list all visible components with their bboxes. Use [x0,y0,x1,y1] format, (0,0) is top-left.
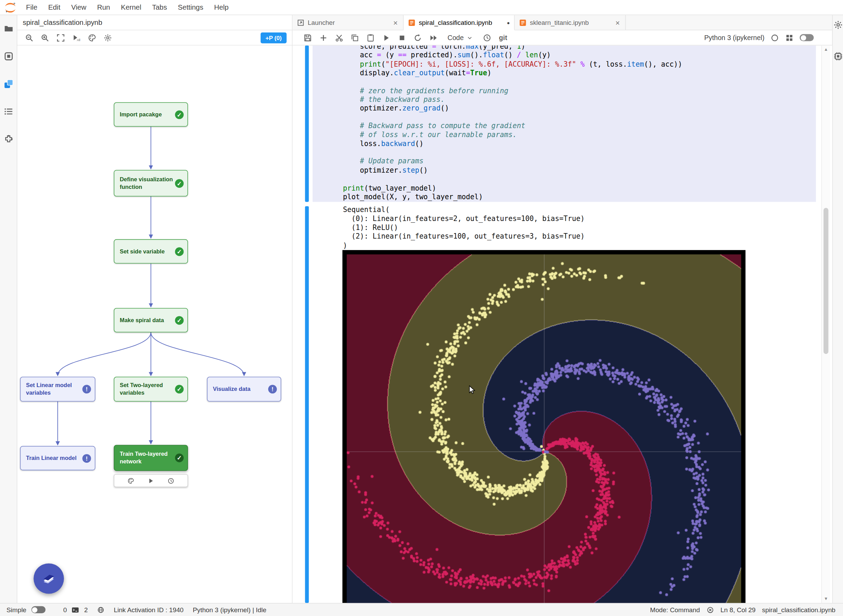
flow-node-sidevar[interactable]: Set side variable✓ [114,239,188,264]
node-label: Set side variable [119,248,165,255]
run-button[interactable] [382,33,391,42]
check-badge-icon: ✓ [175,454,184,462]
flow-node-trainlin[interactable]: Train Linear model! [20,446,96,471]
code-line: acc = (y == predicted).sum().float() / l… [343,51,812,60]
code-line: # zero the gradients before running [343,87,812,95]
menu-tabs[interactable]: Tabs [147,0,172,15]
node-toolbar [114,474,188,487]
notebook-float-button[interactable] [34,563,64,594]
restart-kernel-button[interactable] [413,33,422,42]
activity-extensions[interactable] [0,130,16,148]
tab-launcher[interactable]: Launcher× [293,15,403,30]
zoom-in-icon[interactable] [41,33,49,42]
jupyterlab-app: FileEditViewRunKernelTabsSettingsHelp sp… [0,0,843,616]
terminal-icon [72,606,79,614]
chip-icon [833,51,843,61]
flow-node-traintwo[interactable]: Train Two-layered network✓ [114,445,188,471]
scrollbar-thumb[interactable] [824,208,828,354]
cell-type-dropdown[interactable]: Code [447,34,473,41]
flow-node-spiral[interactable]: Make spiral data✓ [114,308,188,333]
menu-settings[interactable]: Settings [172,0,209,15]
zoom-out-icon[interactable] [25,33,34,42]
kernel-status-text[interactable]: Python 3 (ipykernel) | Idle [193,606,266,614]
flow-node-linvars[interactable]: Set Linear model variables! [20,377,96,402]
flow-node-visualize[interactable]: Visualize data! [207,377,281,402]
menu-file[interactable]: File [21,0,43,15]
clock-icon[interactable] [167,477,174,484]
node-label: Visualize data [213,385,250,393]
activity-kernel-usage[interactable] [833,51,843,61]
list-icon [3,107,13,116]
menu-run[interactable]: Run [91,0,115,15]
mode-indicator[interactable]: Mode: Command [650,606,700,614]
notebook-icon [519,19,527,26]
code-line: plot_model(X, y, two_layer_model) [343,193,812,202]
cut-cells-button[interactable] [335,33,344,42]
palette-icon[interactable] [88,33,96,42]
activity-property-inspector[interactable] [833,20,843,30]
interrupt-kernel-button[interactable] [398,33,406,42]
simple-mode-toggle[interactable] [31,606,45,613]
plot-output [343,250,746,603]
pipeline-icon [3,79,13,89]
code-lines: score, predicted = torch.max(y_pred, 1) … [343,45,812,202]
warning-badge-icon: ! [82,454,91,462]
fit-view-icon[interactable] [56,33,65,42]
copy-cells-button[interactable] [350,33,359,42]
cursor-position[interactable]: Ln 8, Col 29 [721,606,756,614]
gear-icon [833,20,843,30]
notification-icon[interactable] [706,606,714,614]
gear-icon[interactable] [103,33,112,42]
statusbar-filename: spiral_classification.ipynb [762,606,836,614]
run-icon[interactable] [147,477,154,484]
scroll-up-arrow[interactable]: ▲ [822,47,830,52]
toolbar-toggle[interactable] [800,34,814,41]
run-all-icon[interactable]: All [72,33,81,42]
flow-node-define[interactable]: Define visualization function✓ [114,170,188,197]
cell-selection-bar[interactable] [305,45,309,202]
flow-node-twovars[interactable]: Set Two-layered variables✓ [114,377,188,402]
output-collapser-bar[interactable] [305,206,309,603]
activity-pipeline[interactable] [0,75,16,93]
add-pipeline-button[interactable]: +P (0) [260,32,287,43]
terminal-count[interactable]: 0 [63,606,67,614]
right-activity-bar [832,15,843,603]
check-badge-icon: ✓ [175,247,184,256]
kernel-count[interactable]: 2 [84,606,88,614]
palette-icon[interactable] [127,477,134,484]
menu-help[interactable]: Help [209,0,234,15]
output-line: (1): ReLU() [343,223,584,232]
notebook-toolbar-buttons [293,33,438,42]
check-badge-icon: ✓ [175,179,184,188]
add-cell-button[interactable] [319,33,328,42]
flow-node-import[interactable]: Import pacakge✓ [114,102,188,127]
tab-sklearn-titanic-ipynb[interactable]: sklearn_titanic.ipynb× [515,15,625,30]
kernel-name[interactable]: Python 3 (ipykernel) [704,34,764,41]
paste-cells-button[interactable] [366,33,375,42]
menu-kernel[interactable]: Kernel [115,0,147,15]
notebook-scrollbar[interactable]: ▲ ▼ [821,45,830,603]
activity-file-browser[interactable] [0,19,16,38]
tab-spiral-classification-ipynb[interactable]: spiral_classification.ipynb● [404,15,515,30]
restart-run-all-button[interactable] [429,33,438,42]
scroll-down-arrow[interactable]: ▼ [822,596,830,601]
notebook-toolbar-right: Python 3 (ipykernel) [704,33,832,42]
statusbar-left: Simple 0 2 Link Activation ID : 1940 Pyt… [7,606,266,614]
activity-table-of-contents[interactable] [0,102,16,120]
menu-view[interactable]: View [66,0,91,15]
git-toolbar-label[interactable]: git [499,34,507,41]
extension-button[interactable] [785,33,794,42]
menu-edit[interactable]: Edit [43,0,66,15]
left-activity-bar [0,15,17,603]
save-button[interactable] [303,33,312,42]
activity-running-sessions[interactable] [0,47,16,65]
tab-close-button[interactable]: × [392,18,399,27]
notebook-toolbar: Code git Python 3 (ipykernel) [293,30,832,45]
tab-close-button[interactable]: × [614,18,621,27]
flow-canvas: Import pacakge✓Define visualization func… [17,45,292,603]
tab-label: Launcher [307,19,389,26]
checkpoint-history-button[interactable] [483,33,491,42]
globe-icon [97,606,105,614]
code-cell[interactable]: score, predicted = torch.max(y_pred, 1) … [312,45,816,202]
puzzle-icon [3,134,13,144]
